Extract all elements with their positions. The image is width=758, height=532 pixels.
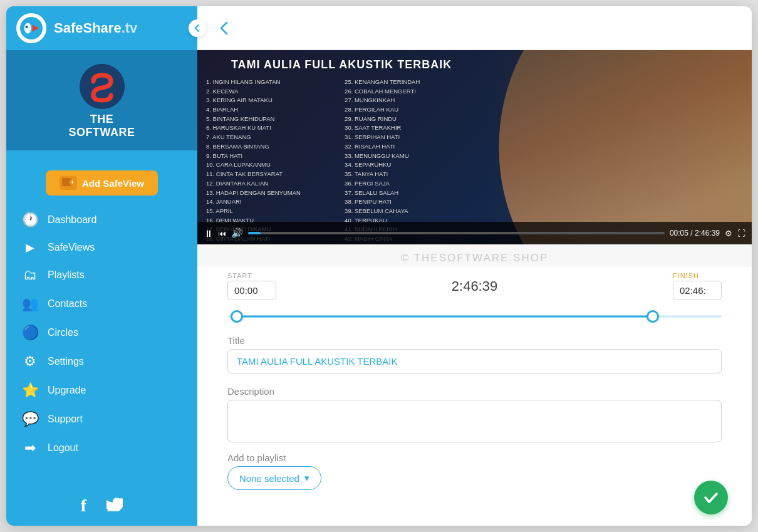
description-input[interactable] <box>227 400 722 442</box>
topbar <box>197 6 752 50</box>
finish-time-group: FINISH <box>673 272 722 300</box>
range-thumb-left[interactable] <box>231 310 243 323</box>
sidebar: SafeShare.tv THE SOFTWARE + <box>6 6 197 526</box>
sidebar-item-upgrade[interactable]: ⭐ Upgrade <box>6 376 197 405</box>
sidebar-collapse-button[interactable] <box>189 19 206 37</box>
sidebar-nav: 🕐 Dashboard ▶ SafeViews 🗂 Playlists 👥 Co… <box>6 203 197 487</box>
chevron-down-icon: ▾ <box>304 472 309 484</box>
finish-label: FINISH <box>673 272 699 279</box>
svg-point-2 <box>26 26 28 28</box>
circles-icon: 🔵 <box>21 325 39 341</box>
sidebar-item-settings[interactable]: ⚙ Settings <box>6 347 197 376</box>
sidebar-item-label: Settings <box>48 356 84 367</box>
upgrade-icon: ⭐ <box>21 382 39 399</box>
submit-button[interactable] <box>694 481 728 514</box>
progress-bar[interactable] <box>248 232 665 234</box>
dashboard-icon: 🕐 <box>21 212 39 228</box>
twitter-icon[interactable] <box>106 496 123 516</box>
video-tracklist: TAMI AULIA FULL AKUSTIK TERBAIK 1. INGIN… <box>197 50 485 244</box>
main-content: TAMI AULIA FULL AKUSTIK TERBAIK 1. INGIN… <box>197 6 752 526</box>
start-time-input[interactable] <box>227 281 276 300</box>
sidebar-item-label: Playlists <box>48 269 85 281</box>
app-name: SafeShare.tv <box>54 21 137 36</box>
sidebar-item-contacts[interactable]: 👥 Contacts <box>6 289 197 318</box>
form-section: START 2:46:39 FINISH Title Descri <box>197 267 752 526</box>
sidebar-item-safeviews[interactable]: ▶ SafeViews <box>6 234 197 261</box>
title-input[interactable] <box>227 349 722 373</box>
settings-icon: ⚙ <box>21 353 39 370</box>
sidebar-item-playlists[interactable]: 🗂 Playlists <box>6 261 197 289</box>
sidebar-item-dashboard[interactable]: 🕐 Dashboard <box>6 206 197 234</box>
playlist-select[interactable]: None selected ▾ <box>227 466 321 490</box>
sidebar-item-support[interactable]: 💬 Support <box>6 405 197 434</box>
total-duration: 2:46:39 <box>276 278 673 295</box>
video-player: TAMI AULIA FULL AKUSTIK TERBAIK 1. INGIN… <box>197 50 752 244</box>
start-time-group: START <box>227 272 276 300</box>
time-display: 00:05 / 2:46:39 <box>670 229 720 237</box>
sidebar-item-label: Circles <box>48 327 78 338</box>
description-label: Description <box>227 386 722 397</box>
sidebar-item-label: Dashboard <box>48 214 96 226</box>
app-logo <box>16 13 46 43</box>
sidebar-header: SafeShare.tv <box>6 6 197 50</box>
finish-time-input[interactable] <box>673 281 722 300</box>
video-title: TAMI AULIA FULL AKUSTIK TERBAIK <box>206 56 477 74</box>
sidebar-item-label: SafeViews <box>48 242 95 253</box>
fullscreen-button[interactable]: ⛶ <box>737 229 745 238</box>
logout-icon: ➡ <box>21 440 39 456</box>
sidebar-item-label: Support <box>48 414 83 425</box>
profile-name: THE SOFTWARE <box>69 113 135 139</box>
safeviews-icon: ▶ <box>21 241 39 254</box>
avatar <box>80 64 125 109</box>
playlist-label: Add to playlist <box>227 452 722 463</box>
playlist-value: None selected <box>239 473 299 484</box>
start-label: START <box>227 272 252 279</box>
add-safeview-button[interactable]: + Add SafeView <box>46 170 158 196</box>
add-safeview-icon: + <box>60 176 77 190</box>
play-pause-button[interactable]: ⏸ <box>204 228 213 239</box>
watermark: © THESOFTWARE.SHOP <box>197 244 752 267</box>
volume-button[interactable]: 🔊 <box>231 227 243 239</box>
sidebar-item-label: Contacts <box>48 298 87 310</box>
facebook-icon[interactable]: f <box>81 496 86 516</box>
sidebar-item-label: Logout <box>48 442 78 454</box>
svg-point-1 <box>24 23 31 33</box>
sidebar-social: f <box>6 487 197 526</box>
video-controls: ⏸ ⏮ 🔊 00:05 / 2:46:39 ⚙ ⛶ <box>197 222 752 244</box>
playlists-icon: 🗂 <box>21 267 39 283</box>
range-slider[interactable] <box>227 309 722 324</box>
checkmark-icon <box>702 489 720 506</box>
tracklist-left: 1. INGIN HILANG INGATAN2. KECEWA3. KERIN… <box>206 78 338 244</box>
logo-icon <box>19 16 43 40</box>
performer-visual <box>485 50 752 244</box>
sidebar-item-circles[interactable]: 🔵 Circles <box>6 318 197 347</box>
title-label: Title <box>227 335 722 346</box>
contacts-icon: 👥 <box>21 296 39 312</box>
range-fill <box>237 316 653 318</box>
svg-text:+: + <box>71 179 74 185</box>
sidebar-item-label: Upgrade <box>48 385 86 396</box>
tracklist-right: 25. KENANGAN TERINDAH26. COBALAH MENGERT… <box>345 78 477 244</box>
sidebar-item-logout[interactable]: ➡ Logout <box>6 434 197 462</box>
range-thumb-right[interactable] <box>646 310 659 323</box>
time-range-row: START 2:46:39 FINISH <box>227 272 722 300</box>
profile-logo <box>80 64 125 109</box>
settings-button[interactable]: ⚙ <box>725 229 732 238</box>
back-button[interactable] <box>212 16 236 40</box>
support-icon: 💬 <box>21 411 39 427</box>
sidebar-profile: THE SOFTWARE <box>6 50 197 150</box>
add-safeview-label: Add SafeView <box>82 178 144 189</box>
rewind-button[interactable]: ⏮ <box>218 229 226 238</box>
